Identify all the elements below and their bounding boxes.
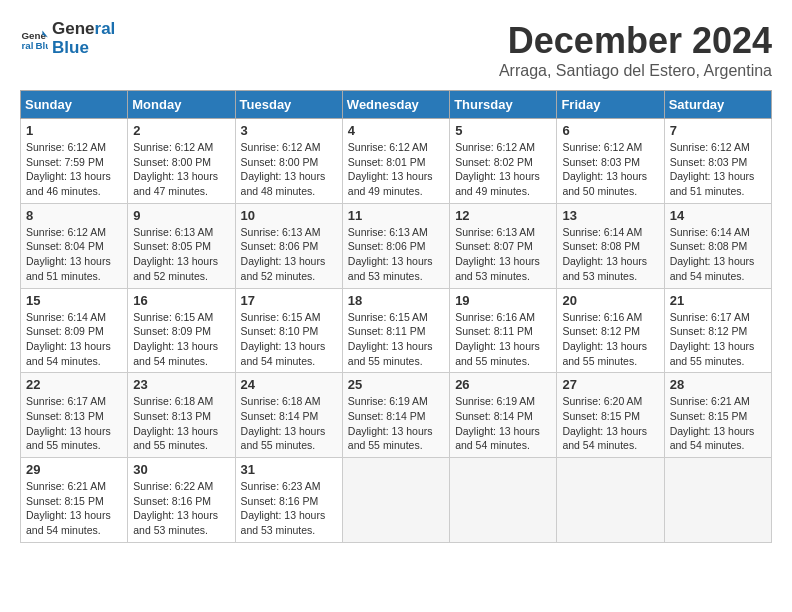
header-wednesday: Wednesday: [342, 91, 449, 119]
day-number: 18: [348, 293, 444, 308]
month-title: December 2024: [499, 20, 772, 62]
calendar-cell: 30Sunrise: 6:22 AMSunset: 8:16 PMDayligh…: [128, 458, 235, 543]
day-number: 30: [133, 462, 229, 477]
day-info: Sunrise: 6:19 AMSunset: 8:14 PMDaylight:…: [455, 394, 551, 453]
svg-text:Blue: Blue: [35, 39, 48, 50]
calendar-cell: 31Sunrise: 6:23 AMSunset: 8:16 PMDayligh…: [235, 458, 342, 543]
calendar-cell: [450, 458, 557, 543]
calendar-cell: 20Sunrise: 6:16 AMSunset: 8:12 PMDayligh…: [557, 288, 664, 373]
calendar-cell: 10Sunrise: 6:13 AMSunset: 8:06 PMDayligh…: [235, 203, 342, 288]
header-row: SundayMondayTuesdayWednesdayThursdayFrid…: [21, 91, 772, 119]
calendar-cell: 14Sunrise: 6:14 AMSunset: 8:08 PMDayligh…: [664, 203, 771, 288]
day-info: Sunrise: 6:12 AMSunset: 8:00 PMDaylight:…: [133, 140, 229, 199]
calendar-cell: 29Sunrise: 6:21 AMSunset: 8:15 PMDayligh…: [21, 458, 128, 543]
calendar-cell: 11Sunrise: 6:13 AMSunset: 8:06 PMDayligh…: [342, 203, 449, 288]
week-row: 1Sunrise: 6:12 AMSunset: 7:59 PMDaylight…: [21, 119, 772, 204]
title-area: December 2024 Arraga, Santiago del Ester…: [499, 20, 772, 80]
calendar-cell: 26Sunrise: 6:19 AMSunset: 8:14 PMDayligh…: [450, 373, 557, 458]
day-info: Sunrise: 6:12 AMSunset: 8:01 PMDaylight:…: [348, 140, 444, 199]
calendar-cell: 25Sunrise: 6:19 AMSunset: 8:14 PMDayligh…: [342, 373, 449, 458]
calendar-cell: 18Sunrise: 6:15 AMSunset: 8:11 PMDayligh…: [342, 288, 449, 373]
day-info: Sunrise: 6:15 AMSunset: 8:11 PMDaylight:…: [348, 310, 444, 369]
day-number: 20: [562, 293, 658, 308]
day-info: Sunrise: 6:12 AMSunset: 7:59 PMDaylight:…: [26, 140, 122, 199]
day-info: Sunrise: 6:14 AMSunset: 8:09 PMDaylight:…: [26, 310, 122, 369]
calendar-cell: 12Sunrise: 6:13 AMSunset: 8:07 PMDayligh…: [450, 203, 557, 288]
calendar-cell: [664, 458, 771, 543]
day-number: 6: [562, 123, 658, 138]
day-number: 23: [133, 377, 229, 392]
day-info: Sunrise: 6:23 AMSunset: 8:16 PMDaylight:…: [241, 479, 337, 538]
day-number: 28: [670, 377, 766, 392]
day-number: 22: [26, 377, 122, 392]
day-number: 11: [348, 208, 444, 223]
header-tuesday: Tuesday: [235, 91, 342, 119]
header-thursday: Thursday: [450, 91, 557, 119]
day-number: 25: [348, 377, 444, 392]
calendar-cell: 8Sunrise: 6:12 AMSunset: 8:04 PMDaylight…: [21, 203, 128, 288]
logo: Gene ral Blue General Blue: [20, 20, 115, 57]
day-number: 21: [670, 293, 766, 308]
calendar-cell: 22Sunrise: 6:17 AMSunset: 8:13 PMDayligh…: [21, 373, 128, 458]
calendar-cell: 23Sunrise: 6:18 AMSunset: 8:13 PMDayligh…: [128, 373, 235, 458]
day-number: 15: [26, 293, 122, 308]
day-number: 5: [455, 123, 551, 138]
day-number: 13: [562, 208, 658, 223]
day-info: Sunrise: 6:19 AMSunset: 8:14 PMDaylight:…: [348, 394, 444, 453]
header-monday: Monday: [128, 91, 235, 119]
calendar-cell: 27Sunrise: 6:20 AMSunset: 8:15 PMDayligh…: [557, 373, 664, 458]
logo-icon: Gene ral Blue: [20, 25, 48, 53]
day-number: 24: [241, 377, 337, 392]
day-info: Sunrise: 6:12 AMSunset: 8:02 PMDaylight:…: [455, 140, 551, 199]
day-info: Sunrise: 6:20 AMSunset: 8:15 PMDaylight:…: [562, 394, 658, 453]
day-info: Sunrise: 6:21 AMSunset: 8:15 PMDaylight:…: [670, 394, 766, 453]
header-saturday: Saturday: [664, 91, 771, 119]
header-friday: Friday: [557, 91, 664, 119]
day-number: 27: [562, 377, 658, 392]
day-info: Sunrise: 6:21 AMSunset: 8:15 PMDaylight:…: [26, 479, 122, 538]
day-number: 2: [133, 123, 229, 138]
day-info: Sunrise: 6:18 AMSunset: 8:13 PMDaylight:…: [133, 394, 229, 453]
day-number: 4: [348, 123, 444, 138]
calendar-cell: 5Sunrise: 6:12 AMSunset: 8:02 PMDaylight…: [450, 119, 557, 204]
page-header: Gene ral Blue General Blue December 2024…: [20, 20, 772, 80]
calendar-cell: 7Sunrise: 6:12 AMSunset: 8:03 PMDaylight…: [664, 119, 771, 204]
svg-text:ral: ral: [21, 39, 33, 50]
day-number: 10: [241, 208, 337, 223]
day-number: 8: [26, 208, 122, 223]
calendar-cell: 15Sunrise: 6:14 AMSunset: 8:09 PMDayligh…: [21, 288, 128, 373]
day-number: 1: [26, 123, 122, 138]
day-info: Sunrise: 6:14 AMSunset: 8:08 PMDaylight:…: [670, 225, 766, 284]
week-row: 29Sunrise: 6:21 AMSunset: 8:15 PMDayligh…: [21, 458, 772, 543]
week-row: 15Sunrise: 6:14 AMSunset: 8:09 PMDayligh…: [21, 288, 772, 373]
day-info: Sunrise: 6:13 AMSunset: 8:05 PMDaylight:…: [133, 225, 229, 284]
calendar-cell: 28Sunrise: 6:21 AMSunset: 8:15 PMDayligh…: [664, 373, 771, 458]
week-row: 8Sunrise: 6:12 AMSunset: 8:04 PMDaylight…: [21, 203, 772, 288]
calendar-cell: [557, 458, 664, 543]
day-number: 31: [241, 462, 337, 477]
calendar-cell: 21Sunrise: 6:17 AMSunset: 8:12 PMDayligh…: [664, 288, 771, 373]
header-sunday: Sunday: [21, 91, 128, 119]
calendar-cell: 19Sunrise: 6:16 AMSunset: 8:11 PMDayligh…: [450, 288, 557, 373]
day-info: Sunrise: 6:15 AMSunset: 8:09 PMDaylight:…: [133, 310, 229, 369]
day-number: 3: [241, 123, 337, 138]
location-title: Arraga, Santiago del Estero, Argentina: [499, 62, 772, 80]
day-info: Sunrise: 6:12 AMSunset: 8:04 PMDaylight:…: [26, 225, 122, 284]
day-info: Sunrise: 6:17 AMSunset: 8:13 PMDaylight:…: [26, 394, 122, 453]
calendar-cell: 17Sunrise: 6:15 AMSunset: 8:10 PMDayligh…: [235, 288, 342, 373]
day-info: Sunrise: 6:17 AMSunset: 8:12 PMDaylight:…: [670, 310, 766, 369]
day-info: Sunrise: 6:13 AMSunset: 8:06 PMDaylight:…: [348, 225, 444, 284]
day-info: Sunrise: 6:12 AMSunset: 8:03 PMDaylight:…: [562, 140, 658, 199]
day-info: Sunrise: 6:13 AMSunset: 8:07 PMDaylight:…: [455, 225, 551, 284]
day-number: 12: [455, 208, 551, 223]
day-info: Sunrise: 6:22 AMSunset: 8:16 PMDaylight:…: [133, 479, 229, 538]
calendar-table: SundayMondayTuesdayWednesdayThursdayFrid…: [20, 90, 772, 543]
day-number: 9: [133, 208, 229, 223]
calendar-cell: 24Sunrise: 6:18 AMSunset: 8:14 PMDayligh…: [235, 373, 342, 458]
week-row: 22Sunrise: 6:17 AMSunset: 8:13 PMDayligh…: [21, 373, 772, 458]
calendar-cell: 13Sunrise: 6:14 AMSunset: 8:08 PMDayligh…: [557, 203, 664, 288]
day-number: 16: [133, 293, 229, 308]
calendar-cell: 2Sunrise: 6:12 AMSunset: 8:00 PMDaylight…: [128, 119, 235, 204]
day-info: Sunrise: 6:16 AMSunset: 8:12 PMDaylight:…: [562, 310, 658, 369]
day-number: 19: [455, 293, 551, 308]
